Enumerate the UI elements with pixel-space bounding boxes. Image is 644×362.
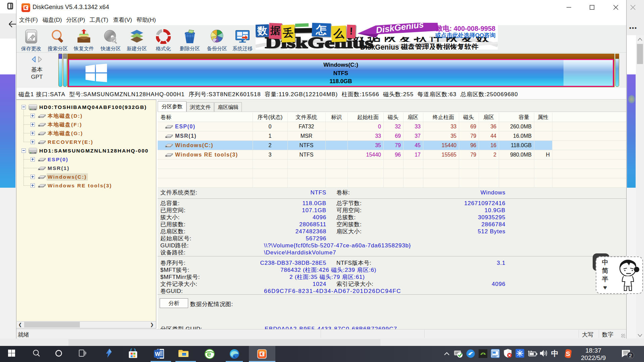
svg-text:S: S (566, 350, 570, 357)
svg-text:e: e (207, 350, 211, 358)
svg-text:2: 2 (629, 353, 632, 358)
svg-text:DiskGenius: DiskGenius (375, 23, 424, 35)
svg-text:W: W (155, 351, 160, 357)
svg-text:intel: intel (492, 355, 497, 358)
